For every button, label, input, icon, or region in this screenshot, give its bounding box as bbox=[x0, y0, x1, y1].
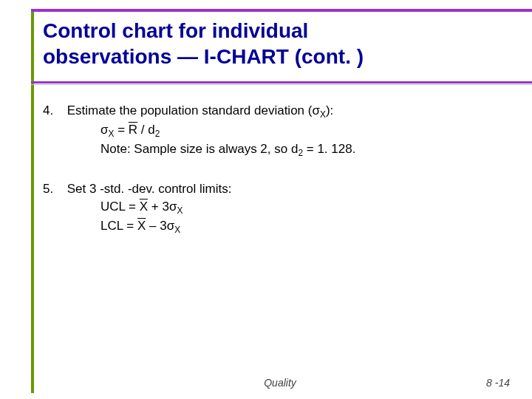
lcl-label: LCL = bbox=[100, 219, 137, 233]
slide-body: 4. Estimate the population standard devi… bbox=[43, 102, 517, 236]
x-bar: X bbox=[137, 219, 146, 233]
top-border bbox=[31, 9, 532, 12]
lcl-formula: LCL = X – 3σX bbox=[100, 217, 517, 236]
item4-formula: σX = R / d2 bbox=[100, 121, 517, 140]
footer-page-number: 8 -14 bbox=[486, 377, 510, 389]
item-number: 5. bbox=[43, 180, 64, 198]
ucl-label: UCL = bbox=[100, 200, 140, 214]
item4-text-end: ): bbox=[326, 103, 333, 117]
sigma: σ bbox=[100, 123, 109, 137]
slide-title: Control chart for individual observation… bbox=[43, 13, 517, 74]
slide-content: Control chart for individual observation… bbox=[43, 13, 517, 393]
ucl-formula: UCL = X + 3σX bbox=[100, 198, 517, 217]
item4-text: Estimate the population standard deviati… bbox=[67, 103, 320, 117]
list-item-4: 4. Estimate the population standard devi… bbox=[43, 102, 517, 160]
note-post: = 1. 128. bbox=[303, 142, 355, 156]
list-item-5: 5. Set 3 -std. -dev. control limits: UCL… bbox=[43, 180, 517, 236]
item-number: 4. bbox=[43, 102, 64, 120]
r-bar: R bbox=[129, 123, 137, 137]
divide-d: / d bbox=[137, 123, 155, 137]
note-pre: Note: Sample size is always 2, so d bbox=[100, 142, 298, 156]
eq: = bbox=[114, 123, 128, 137]
title-underline bbox=[31, 81, 532, 83]
slide-frame: Control chart for individual observation… bbox=[13, 9, 532, 393]
footer-center: Quality bbox=[43, 377, 517, 389]
item5-text: Set 3 -std. -dev. control limits: bbox=[67, 182, 232, 196]
lcl-rest: – 3σ bbox=[146, 219, 174, 233]
lcl-sub: X bbox=[174, 225, 180, 235]
title-line-2: observations — I-CHART (cont. ) bbox=[43, 45, 364, 68]
x-bar: X bbox=[140, 200, 148, 214]
left-border bbox=[31, 12, 34, 393]
title-underline-shadow bbox=[31, 84, 532, 85]
item4-sub: X bbox=[320, 109, 326, 120]
ucl-sub: X bbox=[177, 205, 183, 216]
ucl-rest: + 3σ bbox=[148, 200, 177, 214]
d-sub: 2 bbox=[155, 129, 160, 139]
item4-note: Note: Sample size is always 2, so d2 = 1… bbox=[100, 140, 517, 160]
title-line-1: Control chart for individual bbox=[43, 19, 308, 42]
